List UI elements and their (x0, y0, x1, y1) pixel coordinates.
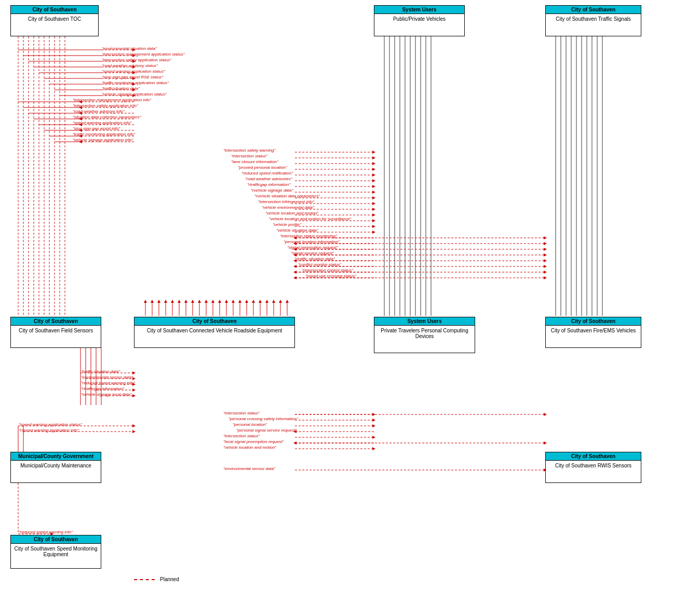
label-mixed-use: "mixed use crossing status" (305, 274, 356, 278)
node-fire-ems: City of Southaven City of Southaven Fire… (545, 317, 641, 348)
label-road-weather-adv: "road weather advisories" (245, 177, 292, 181)
label-int-safety-info: "intersection safety application info" (73, 103, 138, 108)
label-personal-crossing: "personal crossing safety information" (228, 417, 298, 421)
node-rwis-header: City of Southaven (546, 452, 641, 461)
label-traffic-monitor-status: "traffic monitoring application status" (102, 80, 169, 85)
label-veh-sit-data: "vehicle situation data" (276, 228, 318, 233)
legend-label: Planned (160, 576, 179, 582)
node-southaven-toc-body: City of Southaven TOC (11, 14, 98, 24)
node-rwis: City of Southaven City of Southaven RWIS… (545, 452, 641, 483)
node-rse-body: City of Southaven Connected Vehicle Road… (134, 326, 294, 335)
label-speed-warn-info: "speed warning application info" (73, 120, 131, 125)
label-rspeed-warn-info: "rspeed warning application info" (19, 428, 79, 433)
node-traffic-signals: City of Southaven City of Southaven Traf… (545, 5, 641, 36)
label-veh-signage-info: "vehicle signage application info" (73, 138, 133, 142)
label-rint-control: "rintersection control status" (302, 268, 353, 273)
legend-line (134, 579, 155, 580)
legend: Planned (134, 576, 179, 582)
label-env-sensor-data2: "environmental sensor data" (223, 466, 275, 471)
node-pt-body: Private Travelers Personal Computing Dev… (374, 326, 475, 341)
label-env-sit-data: "environmental situation data" (102, 46, 157, 51)
label-int-status-monitor: "intersection status monitoring" (280, 234, 337, 238)
node-ppv-body: Public/Private Vehicles (374, 14, 464, 24)
label-signal-preemption: "signal preemption request" (287, 245, 338, 250)
label-int-safety-status: "intersection safety application status" (102, 58, 171, 62)
node-private-travelers: System Users Private Travelers Personal … (374, 317, 475, 353)
label-speed-warn-status: "speed warning application status" (102, 69, 165, 74)
label-veh-loc-motion: "vehicle location and motion" (265, 211, 318, 216)
node-ts-header: City of Southaven (546, 6, 641, 14)
diagram-container: City of Southaven City of Southaven TOC … (0, 0, 700, 604)
label-int-status3: "intersection status" (223, 434, 260, 438)
label-int-status1: "intersection status" (231, 154, 267, 158)
label-int-mgmt-status: "intersection management application sta… (102, 52, 185, 57)
label-veh-loc-surv: "vehicle location and motion for surveil… (269, 217, 351, 221)
label-stop-sign-info: "stop sign gap assist info" (73, 126, 120, 131)
label-veh-profile: "vehicle profile" (273, 222, 301, 227)
label-veh-env-data: "vehicle environmental data" (262, 205, 314, 210)
label-int-infringement: "intersection infringement info" (258, 199, 314, 204)
label-stop-sign-status: "stop sign gap assist RSE status" (102, 75, 163, 79)
label-lane-closure: "lane closure information" (231, 159, 278, 164)
node-rse-header: City of Southaven (134, 317, 294, 326)
node-fs-body: City of Southaven Field Sensors (11, 326, 101, 335)
label-reduced-speed: "reduced speed notification" (241, 171, 293, 176)
node-southaven-toc: City of Southaven City of Southaven TOC (10, 5, 99, 36)
label-veh-signage-status: "vehicle signage application status" (102, 92, 167, 97)
node-ppv-header: System Users (374, 6, 464, 14)
label-int-safety-warn: "intersection safety warning" (223, 148, 275, 153)
label-signal-service: "signal service request" (291, 251, 334, 256)
node-pt-header: System Users (374, 317, 475, 326)
node-sm-body: City of Southaven Speed Monitoring Equip… (11, 544, 101, 559)
label-reduced-speed-warn: "reduced speed warning info" (81, 381, 135, 385)
label-sit-data-params: "situation data collection parameters" (73, 115, 141, 119)
node-sm-header: City of Southaven (11, 535, 101, 544)
node-mm-body: Municipal/County Maintenance (11, 461, 101, 471)
label-proxied-loc: "proxied personal location" (238, 165, 287, 170)
label-road-weather-info: "road weather advisory info" (73, 109, 125, 114)
label-veh-loc-motion2: "vehicle location and motion" (223, 445, 276, 450)
node-ts-body: City of Southaven Traffic Signals (546, 14, 641, 24)
label-personal-loc-info: "personal location information" (284, 239, 340, 244)
label-rtrafficgap: "rtrafficgap information" (247, 182, 290, 187)
label-traffic-monitor-info: "traffic monitoring application info" (73, 132, 135, 137)
label-int-mgmt-info: "intersection management application inf… (73, 98, 151, 102)
node-municipal-maintenance: Municipal/County Government Municipal/Co… (10, 452, 101, 483)
label-rveh-signage: "rvehicle signage data" (251, 188, 293, 193)
label-int-status2: "intersection status" (223, 411, 260, 415)
node-fs-header: City of Southaven (11, 317, 101, 326)
label-personal-loc: "personal location" (233, 422, 267, 427)
node-ems-body: City of Southaven Fire/EMS Vehicles (546, 326, 641, 335)
label-road-weather-status: "road weather advisory status" (102, 63, 158, 68)
node-ems-header: City of Southaven (546, 317, 641, 326)
node-rse: City of Southaven City of Southaven Conn… (134, 317, 295, 348)
node-mm-header: Municipal/County Government (11, 452, 101, 461)
label-rveh-sit-params: "rvehicle situation data parameters" (254, 194, 320, 198)
node-rwis-body: City of Southaven RWIS Sensors (546, 461, 641, 471)
label-personal-signal: "personal signal service request" (236, 428, 297, 433)
label-env-sensor-data: "environmental sensor data" (81, 375, 133, 380)
node-speed-monitoring: City of Southaven City of Southaven Spee… (10, 535, 101, 569)
node-field-sensors: City of Southaven City of Southaven Fiel… (10, 317, 101, 348)
node-public-private-vehicles: System Users Public/Private Vehicles (374, 5, 465, 36)
label-traffic-sit-data2: "traffic situation data" (81, 369, 120, 374)
label-speed-warn-app-status: "speed warning application status" (19, 422, 82, 427)
label-reduced-speed-warn2: "reduced speed warning info" (19, 530, 73, 534)
label-traffic-sit-data: "trafficsituation data" (102, 86, 140, 91)
label-veh-signage-local: "vehicle signage local data" (81, 392, 131, 397)
label-rtraffic-sit: "rtraffic situation data" (294, 257, 335, 261)
label-local-signal: "local signal preemption request" (223, 439, 284, 444)
node-southaven-toc-header: City of Southaven (11, 6, 98, 14)
label-rtrafficgap2: "rtrafficgap information" (81, 386, 124, 391)
label-conflict-monitor: "conflict monitor status" (298, 262, 341, 267)
